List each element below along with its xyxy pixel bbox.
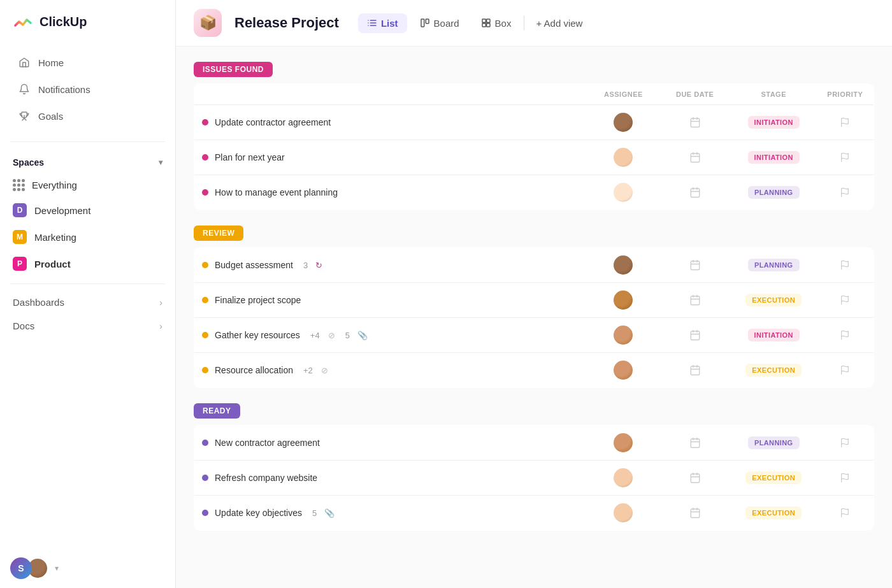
svg-rect-58: [691, 509, 700, 518]
development-avatar: D: [13, 203, 27, 217]
table-row[interactable]: Finalize project scope EXECUTION: [194, 283, 874, 318]
table-row[interactable]: Budget assessment 3 ↻ PLANNING: [194, 248, 874, 283]
svg-rect-48: [691, 439, 700, 448]
assignee-avatar: [614, 468, 633, 487]
marketing-avatar: M: [13, 230, 27, 244]
task-name-cell: Plan for next year: [202, 152, 580, 162]
col-task-header: [194, 84, 588, 105]
sidebar-item-development[interactable]: D Development: [0, 197, 175, 223]
group-review-header: REVIEW: [194, 226, 874, 241]
table-row[interactable]: How to manage event planning PLANNING: [194, 175, 874, 210]
sidebar-item-product[interactable]: P Product: [0, 251, 175, 276]
sidebar-item-development-label: Development: [34, 205, 90, 216]
add-view-label: + Add view: [536, 18, 582, 29]
assignee-avatar: [614, 255, 633, 275]
task-dot: [202, 262, 208, 268]
svg-rect-7: [421, 19, 424, 27]
task-dot: [202, 189, 208, 196]
task-extra-badge: +2: [303, 366, 313, 375]
logo-area[interactable]: ClickUp: [0, 0, 175, 43]
add-view-button[interactable]: + Add view: [528, 13, 590, 33]
task-dot: [202, 475, 208, 481]
group-ready-badge: READY: [194, 403, 240, 419]
assignee-avatar: [614, 326, 633, 345]
task-dot: [202, 367, 208, 373]
table-row[interactable]: Plan for next year INITIATION: [194, 140, 874, 175]
project-icon: 📦: [194, 9, 222, 37]
table-row[interactable]: Gather key resources +4 ⊘ 5 📎 INITIATION: [194, 318, 874, 353]
priority-cell: [824, 438, 866, 448]
calendar-icon: [689, 294, 701, 306]
sidebar-item-marketing[interactable]: M Marketing: [0, 224, 175, 250]
task-name: New contractor agreement: [215, 438, 320, 448]
task-name: How to manage event planning: [215, 187, 338, 197]
stage-cell: PLANNING: [738, 259, 809, 271]
sidebar-item-notifications[interactable]: Notifications: [5, 76, 170, 102]
task-name-cell: Refresh company website: [202, 473, 580, 483]
spaces-divider: [10, 283, 165, 284]
clickup-logo-icon: [13, 11, 33, 32]
sidebar-footer: S ▾: [0, 549, 175, 588]
priority-cell: [824, 187, 866, 197]
tab-box[interactable]: Box: [472, 13, 521, 33]
flag-icon: [840, 260, 850, 270]
calendar-icon: [689, 364, 701, 376]
sidebar-item-everything[interactable]: Everything: [0, 173, 175, 196]
sidebar-item-dashboards-label: Dashboards: [13, 297, 64, 308]
sidebar-item-home[interactable]: Home: [5, 50, 170, 75]
sidebar-item-docs[interactable]: Docs ›: [0, 314, 175, 338]
tab-box-label: Box: [495, 18, 512, 29]
table-row[interactable]: Resource allocation +2 ⊘ EXECUTION: [194, 353, 874, 388]
table-row[interactable]: Update contractor agreement INITIATION: [194, 105, 874, 140]
sidebar-item-notifications-label: Notifications: [38, 84, 90, 95]
svg-rect-13: [691, 118, 700, 127]
box-icon: [481, 18, 491, 28]
user-avatars[interactable]: S: [10, 557, 48, 579]
table-row[interactable]: Refresh company website EXECUTION: [194, 461, 874, 496]
svg-rect-10: [486, 19, 489, 22]
footer-caret-icon[interactable]: ▾: [55, 564, 59, 573]
col-priority-header: PRIORITY: [817, 84, 874, 105]
stage-badge: PLANNING: [748, 436, 800, 449]
stage-badge: EXECUTION: [745, 364, 802, 376]
tab-board-label: Board: [434, 18, 459, 29]
sidebar-item-marketing-label: Marketing: [34, 232, 76, 243]
group-review-badge: REVIEW: [194, 226, 243, 241]
table-row[interactable]: Update key objectives 5 📎 EXECUTION: [194, 496, 874, 531]
assignee-avatar: [614, 433, 633, 452]
assignee-avatar: [614, 290, 633, 310]
task-attachment-icon: 📎: [357, 331, 368, 340]
sidebar: ClickUp Home Notifications Goals Spaces …: [0, 0, 176, 588]
svg-rect-23: [691, 189, 700, 197]
flag-icon: [840, 152, 850, 162]
tab-list-label: List: [381, 18, 398, 29]
svg-rect-38: [691, 331, 700, 340]
priority-cell: [824, 365, 866, 375]
assignee-cell: [595, 326, 651, 345]
calendar-icon: [689, 437, 701, 448]
assignee-avatar: [614, 183, 633, 202]
sidebar-item-goals[interactable]: Goals: [5, 103, 170, 129]
sidebar-item-product-label: Product: [34, 259, 71, 269]
tab-board[interactable]: Board: [411, 13, 468, 33]
spaces-chevron-icon[interactable]: ▾: [159, 158, 162, 167]
priority-cell: [824, 508, 866, 518]
priority-cell: [824, 152, 866, 162]
sidebar-item-home-label: Home: [38, 57, 64, 68]
assignee-avatar: [614, 148, 633, 167]
review-table: Budget assessment 3 ↻ PLANNING: [194, 247, 874, 388]
product-avatar: P: [13, 257, 27, 271]
svg-rect-43: [691, 366, 700, 375]
table-row[interactable]: New contractor agreement PLANNING: [194, 426, 874, 461]
assignee-avatar: [614, 361, 633, 380]
issues-table: ASSIGNEE DUE DATE STAGE PRIORITY Update …: [194, 83, 874, 210]
priority-cell: [824, 295, 866, 305]
priority-cell: [824, 117, 866, 127]
svg-rect-18: [691, 154, 700, 162]
sidebar-item-dashboards[interactable]: Dashboards ›: [0, 290, 175, 314]
svg-rect-9: [482, 19, 486, 22]
calendar-icon: [689, 329, 701, 341]
group-ready: READY New contractor agreement: [194, 403, 874, 531]
logo-text: ClickUp: [40, 15, 87, 29]
tab-list[interactable]: List: [358, 13, 407, 33]
